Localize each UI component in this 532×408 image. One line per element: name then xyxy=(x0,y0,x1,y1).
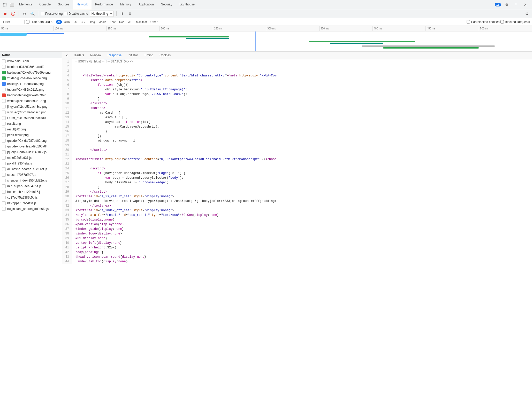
timeline-blue-line xyxy=(255,32,256,52)
file-item[interactable]: bzPopper_7bc4f0e.js xyxy=(0,200,62,206)
file-item[interactable]: baiduyun@2x-e0be79e69e.png xyxy=(0,70,62,75)
sub-tab-response[interactable]: Response xyxy=(104,52,125,59)
preserve-log-label[interactable]: Preserve log xyxy=(41,12,63,15)
filter-icon[interactable]: ⊘ xyxy=(21,11,28,17)
preserve-log-checkbox[interactable] xyxy=(41,12,44,15)
responsive-icon[interactable]: ⬜ xyxy=(8,1,16,8)
tab-application[interactable]: Application xyxy=(135,0,157,9)
file-item[interactable]: hotsearch-4d129efa15.js xyxy=(0,189,62,195)
tab-memory[interactable]: Memory xyxy=(117,0,135,9)
tab-network[interactable]: Network xyxy=(73,0,92,9)
waterfall-bar-4 xyxy=(186,38,229,39)
code-line: 1<!DOCTYPE html><!--STATUS OK--> xyxy=(62,59,532,64)
close-icon[interactable]: ✕ xyxy=(522,1,529,8)
hide-data-urls-label[interactable]: Hide data URLs xyxy=(26,20,52,24)
filter-chip-ws[interactable]: WS xyxy=(126,20,134,24)
sub-tab-cookies[interactable]: Cookies xyxy=(156,52,174,59)
record-button[interactable]: ⏺ xyxy=(2,11,8,17)
filter-chip-doc[interactable]: Doc xyxy=(118,20,126,24)
file-item[interactable]: min_super-6aec647f2f.js xyxy=(0,183,62,189)
filter-chip-js[interactable]: JS xyxy=(72,20,79,24)
file-name: jingyan@2x-e53eac48cb.png xyxy=(7,105,48,108)
hide-data-urls-checkbox[interactable] xyxy=(26,20,29,23)
file-item[interactable]: jingyan@2x-e53eac48cb.png xyxy=(0,104,62,109)
file-item[interactable]: iconfont-d312d35c5b.woff2 xyxy=(0,64,62,70)
file-item[interactable]: baobaozhidao@2x-af409f9d... xyxy=(0,92,62,98)
blocked-requests-label[interactable]: Blocked Requests xyxy=(500,20,530,24)
file-icon xyxy=(2,82,6,86)
has-blocked-cookies-label[interactable]: Has blocked cookies xyxy=(467,20,499,24)
more-icon[interactable]: ⋮ xyxy=(512,1,520,8)
settings-icon[interactable]: ⚙ xyxy=(503,1,510,8)
settings-network-icon[interactable]: ⚙ xyxy=(524,11,530,17)
file-item[interactable]: wenku@2x-f3aba893c1.png xyxy=(0,98,62,104)
cursor-icon[interactable]: ⬚ xyxy=(1,1,8,8)
disable-cache-label[interactable]: Disable cache xyxy=(64,12,88,15)
filter-chip-font[interactable]: Font xyxy=(108,20,117,24)
file-item[interactable]: jquery-1-edb203c114.10.2.js xyxy=(0,149,62,155)
export-icon[interactable]: ⬇ xyxy=(127,11,133,17)
line-content: .index_tab_top{display:none} xyxy=(72,259,128,264)
file-item[interactable]: peak-result.png xyxy=(0,132,62,138)
filter-chip-media[interactable]: Media xyxy=(97,20,108,24)
line-content: _manCard.asynJs.push(id); xyxy=(72,124,159,129)
code-line: 32 </textarea> xyxy=(62,203,532,208)
tab-performance[interactable]: Performance xyxy=(92,0,117,9)
tab-lighthouse[interactable]: Lighthouse xyxy=(176,0,198,9)
code-line: 41.s_ipt_wr{height:32px} xyxy=(62,245,532,250)
code-line: 29 </script> xyxy=(62,190,532,194)
tab-console[interactable]: Console xyxy=(36,0,54,9)
code-line: 19 xyxy=(62,143,532,148)
has-blocked-cookies-checkbox[interactable] xyxy=(467,20,470,23)
file-item[interactable]: s_super_index-855fcfd82e.js xyxy=(0,178,62,183)
throttle-select[interactable]: No throttling xyxy=(90,11,114,17)
filter-input[interactable] xyxy=(2,20,23,24)
blocked-requests-checkbox[interactable] xyxy=(500,20,504,23)
file-name: bzPopper_7bc4f0e.js xyxy=(7,201,36,205)
filter-chip-img[interactable]: Img xyxy=(89,20,96,24)
sub-tab-preview[interactable]: Preview xyxy=(87,52,104,59)
line-number: 30 xyxy=(62,194,72,199)
file-item[interactable]: result@2.png xyxy=(0,127,62,132)
file-item[interactable]: nu_instant_search_dd9b0f2.js xyxy=(0,206,62,212)
file-item[interactable]: www.baidu.com xyxy=(0,58,62,64)
file-item[interactable]: result.png xyxy=(0,121,62,127)
tab-elements[interactable]: Elements xyxy=(16,0,36,9)
sub-tab-headers[interactable]: Headers xyxy=(69,52,87,59)
line-content: var body = document.querySelector('body'… xyxy=(72,176,184,180)
file-item[interactable]: esl-ef22c5ed31.js xyxy=(0,155,62,161)
ruler-mark: 50 ms xyxy=(0,26,53,31)
file-item[interactable]: all_async_search_c8e11ef.js xyxy=(0,166,62,172)
file-icon xyxy=(2,71,6,74)
filter-chip-xhr[interactable]: XHR xyxy=(63,20,72,24)
tab-sources[interactable]: Sources xyxy=(54,0,73,9)
filter-bar: Hide data URLs AllXHRJSCSSImgMediaFontDo… xyxy=(0,18,532,26)
file-item[interactable]: tupian@2x-482fc011fc.png xyxy=(0,87,62,92)
file-item[interactable]: sbase-47057af807.js xyxy=(0,172,62,178)
search-icon[interactable]: 🔍 xyxy=(29,11,35,17)
sub-tab-close-button[interactable]: ✕ xyxy=(64,53,69,58)
line-number: 42 xyxy=(62,250,72,255)
file-item[interactable]: zhidao@2x-e9b427ecc4.png xyxy=(0,75,62,81)
waterfall-bar-8 xyxy=(383,47,479,49)
filter-chip-css[interactable]: CSS xyxy=(79,20,88,24)
file-item[interactable]: PCtm_d9c8750bed0b3c7d0... xyxy=(0,115,62,121)
tab-security[interactable]: Security xyxy=(157,0,176,9)
disable-cache-checkbox[interactable] xyxy=(64,12,67,15)
file-item[interactable]: cd37ed75a9387c5b.js xyxy=(0,195,62,200)
clear-button[interactable]: 🚫 xyxy=(10,11,16,17)
sub-tab-initiator[interactable]: Initiator xyxy=(125,52,141,59)
code-line: 4 <html><head><meta http-equiv="Content-… xyxy=(62,73,532,78)
import-icon[interactable]: ⬆ xyxy=(119,11,125,17)
file-item[interactable]: qrcode-hover@2x-f9b106a84... xyxy=(0,144,62,149)
file-item[interactable]: yinyue@2x-c18adacacb.png xyxy=(0,109,62,115)
line-number: 39 xyxy=(62,236,72,241)
filter-chip-manifest[interactable]: Manifest xyxy=(134,20,148,24)
file-icon xyxy=(2,93,6,97)
file-item[interactable]: qrcode@2x-daf987ad02.png xyxy=(0,138,62,144)
sub-tab-timing[interactable]: Timing xyxy=(141,52,156,59)
filter-chip-all[interactable]: All xyxy=(56,20,62,24)
file-item[interactable]: baike@2x-1fe3db7fa6.png xyxy=(0,81,62,87)
file-item[interactable]: polyfill_9354efa.js xyxy=(0,161,62,166)
filter-chip-other[interactable]: Other xyxy=(149,20,159,24)
